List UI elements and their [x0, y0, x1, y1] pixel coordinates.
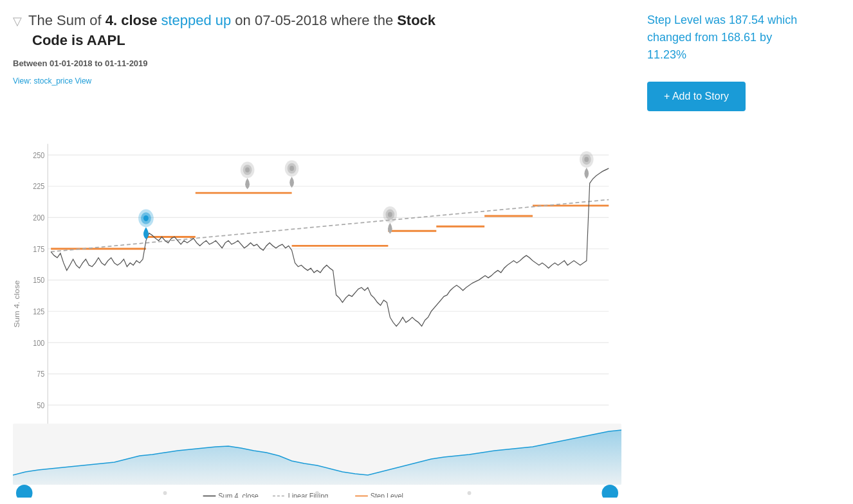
view-link[interactable]: View: stock_price View: [13, 76, 91, 86]
insight-text: Step Level was 187.54 whichchanged from …: [647, 12, 797, 64]
title-part-5: Stock: [397, 12, 436, 30]
date-range: Between 01-01-2018 to 01-11-2019: [13, 59, 621, 68]
add-to-story-button[interactable]: + Add to Story: [647, 82, 746, 111]
svg-point-50: [245, 167, 250, 172]
title-area: ▽ The Sum of 4. close stepped up on 07-0…: [13, 12, 621, 86]
svg-point-69: [468, 491, 472, 495]
main-container: ▽ The Sum of 4. close stepped up on 07-0…: [0, 0, 853, 504]
chart-title-line2: Code is AAPL: [13, 32, 621, 50]
navigator-svg: [13, 424, 621, 498]
title-part-4: on 07-05-2018 where the: [235, 12, 393, 30]
navigator-container: [13, 424, 621, 498]
left-panel: ▽ The Sum of 4. close stepped up on 07-0…: [0, 0, 634, 504]
svg-text:100: 100: [33, 338, 44, 348]
svg-point-59: [584, 157, 589, 162]
title-part-6: Code is AAPL: [32, 32, 125, 50]
stock-line: [51, 168, 609, 327]
gray-pin-1: [241, 162, 255, 190]
chart-area: Sum 4. close 0 25 50 75: [13, 103, 621, 498]
svg-text:200: 200: [33, 213, 44, 222]
gray-pin-2: [285, 160, 299, 188]
right-panel: Step Level was 187.54 whichchanged from …: [634, 0, 853, 504]
filter-icon: ▽: [13, 14, 22, 29]
svg-point-56: [388, 212, 392, 217]
gray-pin-4: [580, 151, 594, 179]
svg-text:150: 150: [33, 276, 44, 285]
svg-line-44: [51, 200, 609, 252]
title-part-3: stepped up: [161, 12, 231, 30]
svg-point-53: [289, 166, 294, 171]
svg-text:250: 250: [33, 150, 44, 160]
svg-point-67: [163, 491, 167, 495]
navigator-right-handle[interactable]: [601, 485, 618, 498]
svg-text:225: 225: [33, 182, 44, 192]
title-part-2: 4. close: [105, 12, 158, 30]
navigator-left-handle[interactable]: [16, 485, 33, 498]
svg-point-47: [143, 215, 149, 221]
title-part-1: The Sum of: [28, 12, 102, 30]
svg-text:50: 50: [37, 401, 44, 410]
svg-text:175: 175: [33, 244, 44, 254]
gray-pin-3: [383, 206, 397, 234]
svg-text:125: 125: [33, 307, 44, 316]
chart-title: ▽ The Sum of 4. close stepped up on 07-0…: [13, 12, 621, 30]
svg-text:Sum 4. close: Sum 4. close: [13, 280, 21, 328]
svg-text:75: 75: [37, 370, 44, 379]
svg-point-68: [315, 491, 319, 495]
